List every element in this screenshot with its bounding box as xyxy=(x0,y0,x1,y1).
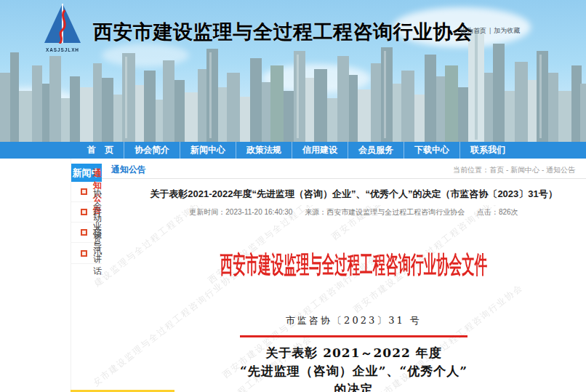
links-separator: | xyxy=(489,27,491,34)
main-area: 新闻中心 通知公告 协会动态 行业资讯 领导讲话 通知公告 当前位置：首页 - … xyxy=(71,159,542,392)
nav-item-contact[interactable]: 联系我们 xyxy=(459,142,515,159)
red-divider-line xyxy=(240,335,467,337)
main-nav: 首 页 协会简介 新闻中心 政策法规 信用建设 会员服务 下载中心 联系我们 xyxy=(0,142,586,159)
set-homepage-link[interactable]: 设为首页 xyxy=(460,27,486,34)
nav-item-about[interactable]: 协会简介 xyxy=(124,142,180,159)
nav-item-policy[interactable]: 政策法规 xyxy=(236,142,292,159)
official-document: 西安市建设监理与全过程工程咨询行业协会 西安市建设监理与全过程工程咨询行业协会 … xyxy=(102,227,586,385)
document-title-line1: 关于表彰 2021～2022 年度 xyxy=(102,344,586,362)
meta-hits: 点击：826次 xyxy=(477,208,518,216)
header-banner: XASJSJLXH 西安市建设监理与全过程工程咨询行业协会 设为首页|加为收藏 xyxy=(0,0,586,142)
association-logo[interactable]: XASJSJLXH xyxy=(36,3,89,52)
section-title: 通知公告 xyxy=(111,164,146,176)
bullet-square-icon xyxy=(81,229,87,236)
content-panel: 通知公告 当前位置：首页 - 新闻中心 - 通知公告 关于表彰2021-2022… xyxy=(102,159,586,392)
content-topbar: 通知公告 当前位置：首页 - 新闻中心 - 通知公告 xyxy=(102,161,586,179)
document-title-line2: “先进监理（咨询）企业”、“优秀个人” xyxy=(102,362,586,380)
article-title: 关于表彰2021-2022年度“先进监理（咨询）企业”、“优秀个人”的决定（市监… xyxy=(109,188,586,201)
nav-item-credit[interactable]: 信用建设 xyxy=(292,142,348,159)
add-favorite-link[interactable]: 加为收藏 xyxy=(494,27,520,34)
sidebar: 新闻中心 通知公告 协会动态 行业资讯 领导讲话 xyxy=(71,159,102,392)
sail-logo-icon xyxy=(42,3,83,44)
meta-updated: 更新时间：2023-11-20 16:40:30 xyxy=(189,208,292,216)
site-title: 西安市建设监理与全过程工程咨询行业协会 xyxy=(93,19,473,45)
header-links: 设为首页|加为收藏 xyxy=(460,26,520,36)
nav-item-home[interactable]: 首 页 xyxy=(77,142,124,159)
logo-caption: XASJSJLXH xyxy=(39,47,87,52)
nav-item-news[interactable]: 新闻中心 xyxy=(180,142,236,159)
document-number: 市监咨协〔2023〕31 号 xyxy=(102,314,586,327)
document-letterhead: 西安市建设监理与全过程工程咨询行业协会文件 xyxy=(220,249,487,281)
breadcrumb[interactable]: 当前位置：首页 - 新闻中心 - 通知公告 xyxy=(453,165,575,175)
article-meta: 更新时间：2023-11-20 16:40:30 来源：西安市建设监理与全过程工… xyxy=(102,207,586,217)
sidebar-item-label: 领导讲话 xyxy=(93,228,102,278)
document-body: 西安市建设监理与全过程工程咨询行业协会文件 市监咨协〔2023〕31 号 关于表… xyxy=(102,227,586,392)
sidebar-menu: 通知公告 协会动态 行业资讯 领导讲话 xyxy=(71,182,102,264)
sidebar-item-leader-speeches[interactable]: 领导讲话 xyxy=(71,243,102,263)
bullet-square-icon xyxy=(81,188,87,195)
meta-source: 来源：西安市建设监理与全过程工程咨询行业协会 xyxy=(305,208,465,216)
nav-item-member[interactable]: 会员服务 xyxy=(348,142,404,159)
bullet-square-icon xyxy=(81,209,87,215)
nav-item-download[interactable]: 下载中心 xyxy=(404,142,459,159)
bullet-square-icon xyxy=(81,250,87,257)
